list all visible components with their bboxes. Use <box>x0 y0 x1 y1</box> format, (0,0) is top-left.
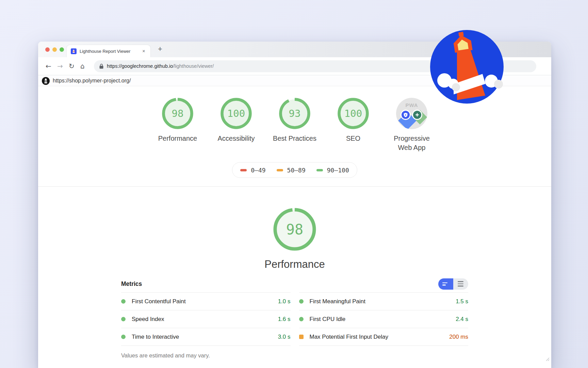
metrics-heading: Metrics <box>121 280 142 288</box>
pwa-installable-icon <box>412 110 422 120</box>
score-performance[interactable]: 98 Performance <box>148 98 207 152</box>
lighthouse-favicon-icon <box>71 48 77 54</box>
metric-row: Max Potential First Input Delay 200 ms <box>299 328 469 346</box>
legend-fail-range: 0–49 <box>251 167 265 174</box>
metric-row: First Meaningful Paint 1.5 s <box>299 292 469 310</box>
lighthouse-viewer-logo-icon <box>42 77 50 85</box>
pwa-badge: PWA <box>396 98 427 129</box>
metrics-table-right: First Meaningful Paint 1.5 s First CPU I… <box>299 292 469 346</box>
toggle-bar-icon <box>442 282 447 283</box>
close-tab-icon[interactable]: ✕ <box>141 48 146 55</box>
metric-name: Time to Interactive <box>132 334 278 340</box>
performance-detail-gauge: 98 <box>273 208 316 251</box>
metrics-toggle-list-button[interactable] <box>453 278 468 290</box>
audited-page-url: https://shop.polymer-project.org/ <box>53 78 131 84</box>
performance-section-header: 98 Performance <box>38 187 551 271</box>
accessibility-score-value: 100 <box>220 98 252 129</box>
score-best-practices[interactable]: 93 Best Practices <box>265 98 324 152</box>
metric-pass-dot-icon <box>121 335 126 339</box>
best-practices-score-value: 93 <box>279 98 310 129</box>
new-tab-button[interactable]: + <box>158 45 162 53</box>
toggle-bar-icon <box>442 285 446 286</box>
screenshot-root: { "browser": { "tab_title": "Lighthouse … <box>0 0 588 368</box>
seo-gauge: 100 <box>338 98 369 129</box>
seo-score-label: SEO <box>346 134 360 143</box>
metric-row: First Contentful Paint 1.0 s <box>121 292 291 310</box>
best-practices-gauge: 93 <box>279 98 310 129</box>
reload-icon[interactable]: ↻ <box>69 62 80 70</box>
close-window-button[interactable] <box>45 47 50 52</box>
metrics-view-toggle <box>438 278 468 290</box>
legend-fail-dash-icon <box>240 169 247 171</box>
metrics-header-bar: Metrics <box>121 278 468 290</box>
pwa-badge-text: PWA <box>396 102 427 108</box>
metric-pass-dot-icon <box>299 317 304 321</box>
seo-score-value: 100 <box>338 98 369 129</box>
legend-pass-dash-icon <box>316 169 323 171</box>
tab-lighthouse-report-viewer[interactable]: Lighthouse Report Viewer ✕ <box>67 45 150 57</box>
back-icon[interactable]: ← <box>46 62 57 70</box>
metric-pass-dot-icon <box>299 299 304 304</box>
pwa-score-label: Progressive Web App <box>389 134 434 152</box>
metric-value: 3.0 s <box>278 334 291 340</box>
lock-icon <box>99 64 103 69</box>
metric-value: 200 ms <box>449 334 468 340</box>
toggle-bar-icon <box>458 286 463 287</box>
accessibility-gauge: 100 <box>220 98 252 129</box>
metric-pass-dot-icon <box>121 299 126 304</box>
forward-icon[interactable]: → <box>57 62 69 70</box>
legend-average: 50–89 <box>277 167 306 174</box>
metric-name: First Meaningful Paint <box>310 298 456 305</box>
metrics-tables: First Contentful Paint 1.0 s Speed Index… <box>121 292 468 346</box>
metric-value: 1.5 s <box>456 298 468 305</box>
metric-value: 1.0 s <box>278 298 291 305</box>
accessibility-score-label: Accessibility <box>218 134 255 143</box>
metric-name: First CPU Idle <box>310 316 456 323</box>
metrics-section: Metrics First <box>121 278 468 359</box>
home-icon[interactable]: ⌂ <box>80 62 92 70</box>
window-controls <box>38 47 64 52</box>
resize-grip-icon[interactable] <box>546 356 550 363</box>
best-practices-score-label: Best Practices <box>273 134 316 143</box>
zoom-window-button[interactable] <box>60 47 64 52</box>
performance-score-label: Performance <box>158 134 197 143</box>
legend-pass-range: 90–100 <box>327 167 349 174</box>
tab-title: Lighthouse Report Viewer <box>80 49 141 54</box>
metric-name: First Contentful Paint <box>132 298 278 305</box>
metric-value: 1.6 s <box>278 316 291 323</box>
pwa-fast-reliable-icon <box>401 110 411 120</box>
score-seo[interactable]: 100 SEO <box>324 98 382 152</box>
metric-row: First CPU Idle 2.4 s <box>299 310 469 328</box>
metric-average-square-icon <box>299 335 304 339</box>
metrics-toggle-condensed-button[interactable] <box>438 278 453 290</box>
toggle-bar-icon <box>458 281 463 282</box>
lighthouse-logo-badge <box>430 30 504 104</box>
metric-row: Speed Index 1.6 s <box>121 310 291 328</box>
metric-value: 2.4 s <box>456 316 468 323</box>
scores-row: 98 Performance 100 Accessibility 93 Best… <box>38 98 551 152</box>
metric-pass-dot-icon <box>121 317 126 321</box>
url-origin: https://googlechrome.github.io <box>107 63 173 69</box>
url-path: /lighthouse/viewer/ <box>173 63 214 69</box>
legend-average-dash-icon <box>277 169 283 171</box>
minimize-window-button[interactable] <box>52 47 57 52</box>
metric-row: Time to Interactive 3.0 s <box>121 328 291 346</box>
metric-name: Speed Index <box>132 316 278 323</box>
legend-fail: 0–49 <box>240 167 265 174</box>
legend-average-range: 50–89 <box>287 167 306 174</box>
performance-score-value: 98 <box>162 98 193 129</box>
metric-name: Max Potential First Input Delay <box>310 334 450 340</box>
metrics-footnote: Values are estimated and may vary. <box>121 352 468 359</box>
performance-detail-score: 98 <box>273 208 316 251</box>
performance-gauge: 98 <box>162 98 193 129</box>
score-legend: 0–49 50–89 90–100 <box>232 162 357 178</box>
legend-pass: 90–100 <box>316 167 349 174</box>
report-page: 98 Performance 100 Accessibility 93 Best… <box>38 87 551 368</box>
toggle-bar-icon <box>458 283 463 285</box>
score-accessibility[interactable]: 100 Accessibility <box>207 98 265 152</box>
score-pwa[interactable]: PWA Progressive Web App <box>382 98 441 152</box>
metrics-table-left: First Contentful Paint 1.0 s Speed Index… <box>121 292 291 346</box>
performance-section-title: Performance <box>264 258 325 271</box>
